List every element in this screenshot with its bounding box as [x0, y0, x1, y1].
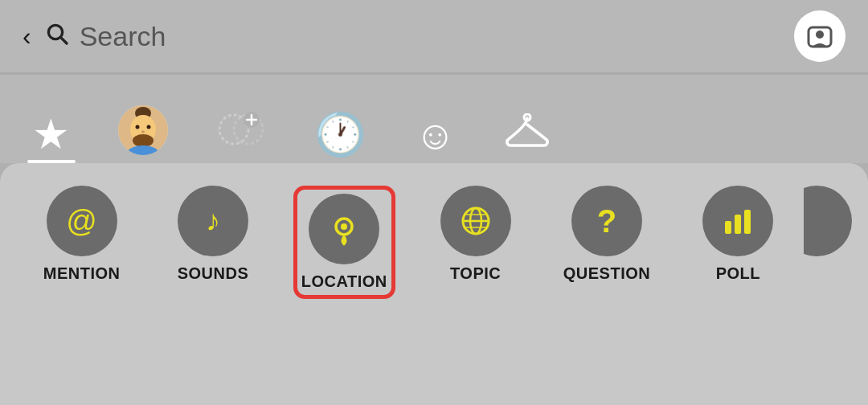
search-icon — [44, 21, 70, 52]
topic-label: TOPIC — [450, 264, 501, 283]
svg-point-8 — [133, 134, 154, 147]
tab-emoji[interactable]: ☺ — [415, 115, 456, 163]
topic-circle — [440, 186, 511, 256]
location-label: LOCATION — [301, 272, 387, 291]
emoji-icon: ☺ — [415, 115, 456, 155]
hanger-icon — [504, 113, 551, 155]
location-highlight-box: LOCATION — [293, 186, 395, 299]
music-icon: ♪ — [206, 204, 220, 238]
location-pin-icon — [327, 212, 361, 246]
tab-favorites[interactable]: ★ — [32, 113, 70, 163]
question-label: QUESTION — [563, 264, 650, 283]
star-icon: ★ — [32, 113, 70, 155]
tab-bar: ★ — [0, 75, 868, 163]
svg-line-1 — [60, 37, 66, 43]
svg-rect-28 — [744, 210, 751, 234]
svg-point-10 — [147, 125, 151, 129]
question-circle: ? — [571, 186, 642, 256]
poll-circle — [702, 186, 773, 256]
svg-point-9 — [136, 125, 140, 129]
tab-recent[interactable]: 🕐 — [314, 113, 366, 163]
sticker-grid: @ MENTION ♪ SOUNDS — [16, 186, 852, 299]
clock-icon: 🕐 — [314, 113, 366, 155]
svg-point-20 — [341, 223, 347, 230]
more-circle — [804, 186, 852, 256]
sticker-item-more[interactable] — [804, 186, 852, 299]
tab-add[interactable] — [216, 105, 266, 163]
sticker-content-area: @ MENTION ♪ SOUNDS — [0, 163, 868, 405]
svg-rect-27 — [735, 215, 741, 234]
sounds-label: SOUNDS — [178, 264, 249, 283]
at-icon: @ — [66, 204, 97, 239]
sticker-item-mention[interactable]: @ MENTION — [16, 186, 147, 299]
svg-point-11 — [141, 131, 145, 133]
main-content: ★ — [0, 75, 868, 405]
sounds-circle: ♪ — [178, 186, 248, 256]
header: ‹ Search — [0, 0, 868, 72]
tab-avatar[interactable] — [118, 105, 168, 163]
question-icon: ? — [597, 203, 616, 239]
search-label[interactable]: Search — [80, 21, 166, 52]
add-bubble-icon — [216, 105, 266, 155]
tab-hanger[interactable] — [504, 113, 551, 163]
location-circle — [309, 194, 379, 264]
profile-icon — [805, 21, 835, 51]
sticker-item-location[interactable]: LOCATION — [279, 186, 410, 299]
sticker-item-topic[interactable]: TOPIC — [410, 186, 541, 299]
profile-button[interactable] — [794, 10, 845, 62]
poll-label: POLL — [716, 264, 760, 283]
svg-point-3 — [816, 31, 824, 39]
avatar — [118, 105, 168, 155]
mention-label: MENTION — [43, 264, 121, 283]
sticker-item-poll[interactable]: POLL — [673, 186, 804, 299]
back-button[interactable]: ‹ — [23, 22, 31, 51]
sticker-item-sounds[interactable]: ♪ SOUNDS — [147, 186, 278, 299]
mention-circle: @ — [47, 186, 117, 256]
globe-icon — [458, 203, 493, 239]
svg-rect-26 — [725, 221, 731, 234]
bitmoji-svg — [118, 105, 168, 155]
poll-bar-icon — [720, 203, 755, 239]
sticker-item-question[interactable]: ? QUESTION — [541, 186, 672, 299]
